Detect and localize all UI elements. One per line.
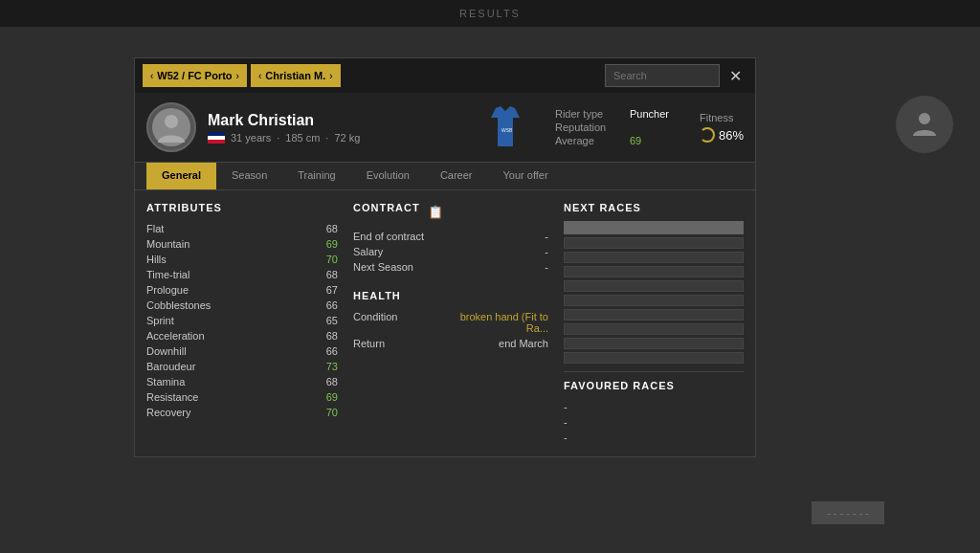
nav-left-arrow-1: ‹ [150,71,153,81]
nav-left-arrow-2: ‹ [258,71,261,81]
attr-stamina-value: 68 [326,376,338,387]
favoured-item-0: - [564,399,744,414]
average-label: Average [555,135,622,146]
svg-point-0 [919,113,930,124]
bottom-action-button[interactable]: - - - - - - - [812,501,884,524]
attr-resistance-value: 69 [326,391,338,403]
race-bar-4 [564,280,744,292]
attr-hills-label: Hills [146,254,167,265]
race-bar-0 [564,221,744,234]
contract-title: CONTRACT [353,202,420,213]
rider-info: Mark Christian 31 years · 185 cm · 72 kg [208,112,463,144]
attr-flat-value: 68 [326,223,338,234]
separator [564,371,744,372]
favoured-races-title: FAVOURED RACES [564,380,744,391]
top-bar-title: RESULTS [459,8,521,19]
close-button[interactable]: ✕ [724,65,747,87]
race-bar-8 [564,338,744,349]
attr-prologue: Prologue 67 [146,282,338,298]
tab-general[interactable]: General [146,163,216,189]
top-bar: RESULTS [0,0,980,27]
favoured-item-2: - [564,430,744,445]
average-row: Average 69 [555,135,669,146]
health-condition: Condition broken hand (Fit to Ra... [353,309,548,336]
contract-salary-value: - [451,246,548,257]
attr-flat: Flat 68 [146,221,338,236]
fitness-group: Fitness 86% [700,112,744,143]
attr-resistance-label: Resistance [146,391,198,403]
contract-header: CONTRACT 📋 [353,202,548,221]
attr-acceleration: Acceleration 68 [146,328,338,343]
rider-type-row: Rider type Puncher [555,108,669,120]
race-bar-3 [564,266,744,277]
contract-next-season-value: - [451,261,548,273]
nav-right-arrow-2: › [329,71,332,81]
race-bar-2 [564,252,744,263]
nav-btn-2[interactable]: ‹ Christian M. › [251,64,341,87]
rider-age: 31 years [231,132,271,144]
attr-cobblestones: Cobblestones 66 [146,298,338,313]
attr-flat-label: Flat [146,223,164,234]
tab-career[interactable]: Career [425,163,488,189]
attr-timetrial: Time-trial 68 [146,267,338,282]
nav-label-1: W52 / FC Porto [157,70,232,81]
right-panel-icon [896,96,953,153]
tab-season[interactable]: Season [216,163,282,189]
tab-training[interactable]: Training [282,163,350,189]
attr-mountain-label: Mountain [146,238,189,250]
flag-icon [208,132,225,144]
rider-weight: 72 kg [334,132,360,144]
tabs-bar: General Season Training Evolution Career… [135,163,755,190]
edit-icon[interactable]: 📋 [428,205,443,219]
contract-next-season: Next Season - [353,259,548,275]
race-bar-1 [564,237,744,249]
search-input[interactable] [605,64,720,87]
attr-hills-value: 70 [326,254,338,265]
favoured-item-1: - [564,414,744,430]
rider-name: Mark Christian [208,112,463,129]
attr-baroudeur-label: Baroudeur [146,361,195,372]
attr-sprint-label: Sprint [146,315,174,326]
race-bar-7 [564,323,744,335]
reputation-label: Reputation [555,122,622,133]
attr-prologue-value: 67 [326,284,338,296]
rider-height: 185 cm [285,132,320,144]
attr-baroudeur: Baroudeur 73 [146,359,338,374]
next-races-title: NEXT RACES [564,202,744,213]
avatar [146,102,196,152]
health-condition-label: Condition [353,311,451,334]
rider-separator-1: · [277,132,279,144]
jersey-icon: WSB [486,103,524,151]
rider-type-value: Puncher [630,108,669,120]
attributes-column: ATTRIBUTES Flat 68 Mountain 69 Hills 70 … [146,202,338,445]
rider-separator-2: · [325,132,328,144]
modal: ‹ W52 / FC Porto › ‹ Christian M. › ✕ Ma… [134,57,756,457]
nav-prev-btn-1[interactable]: ‹ W52 / FC Porto › [143,64,247,87]
contract-column: CONTRACT 📋 End of contract - Salary - Ne… [338,202,548,445]
fitness-label: Fitness [700,112,744,123]
contract-salary: Salary - [353,244,548,259]
modal-header: ‹ W52 / FC Porto › ‹ Christian M. › ✕ [135,58,755,93]
attr-downhill-label: Downhill [146,345,187,357]
contract-end: End of contract - [353,229,548,244]
avatar-silhouette [152,108,190,146]
attr-sprint-value: 65 [326,315,338,326]
race-bar-9 [564,352,744,364]
tab-evolution[interactable]: Evolution [351,163,425,189]
attr-timetrial-value: 68 [326,269,338,280]
attr-downhill: Downhill 66 [146,343,338,359]
attr-cobblestones-value: 66 [326,299,338,311]
attr-downhill-value: 66 [326,345,338,357]
rider-stats: Rider type Puncher Reputation Average 69 [555,108,669,146]
tab-your-offer[interactable]: Your offer [488,163,564,189]
attr-cobblestones-label: Cobblestones [146,299,211,311]
content-area: ATTRIBUTES Flat 68 Mountain 69 Hills 70 … [135,190,755,456]
attr-recovery-label: Recovery [146,407,190,418]
fitness-circle-icon [700,127,715,143]
attr-hills: Hills 70 [146,252,338,267]
rider-type-label: Rider type [555,108,622,120]
fitness-value-display: 86% [700,127,744,143]
reputation-score: 69 [630,135,641,146]
health-return-label: Return [353,338,451,349]
attr-stamina-label: Stamina [146,376,185,387]
